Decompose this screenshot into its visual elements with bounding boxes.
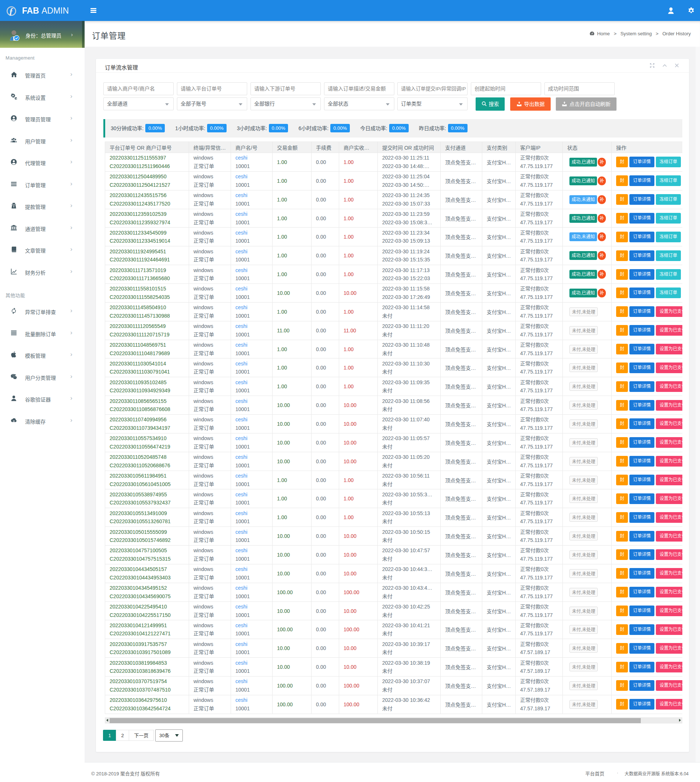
- svg-text:ƒ: ƒ: [9, 6, 13, 16]
